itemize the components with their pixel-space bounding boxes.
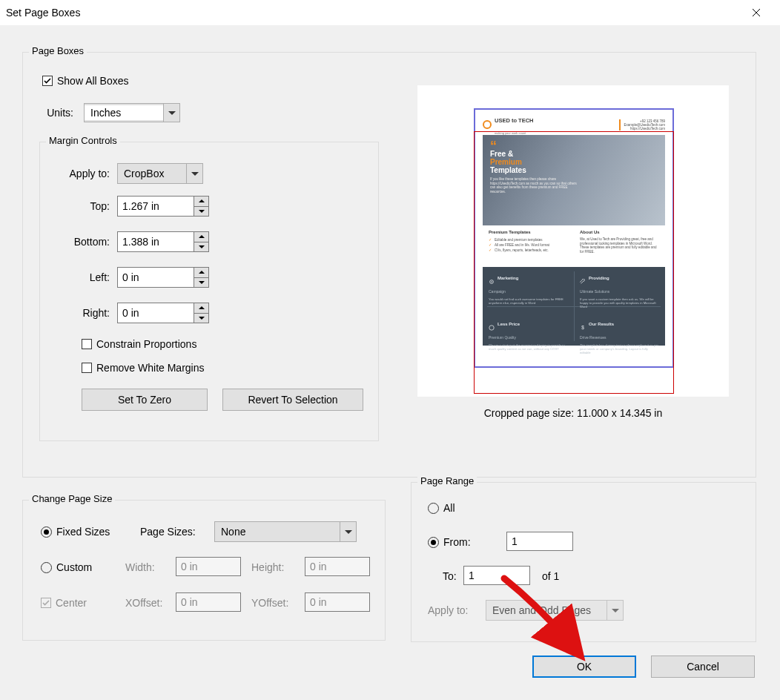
remove-white-margins-label: Remove White Margins xyxy=(96,362,205,374)
yoffset-label: YOffset: xyxy=(251,597,288,609)
arrow-up-icon xyxy=(199,199,205,202)
fixed-sizes-label: Fixed Sizes xyxy=(56,526,110,538)
remove-white-margins-checkbox[interactable]: Remove White Margins xyxy=(82,362,205,374)
bottom-label: Bottom: xyxy=(55,236,110,248)
spin-down[interactable] xyxy=(194,207,208,217)
bottom-spinbox[interactable]: 1.388 in xyxy=(117,231,209,252)
arrow-up-icon xyxy=(199,235,205,238)
units-combobox[interactable]: Inches xyxy=(84,103,180,122)
ok-label: OK xyxy=(577,661,592,673)
custom-radio[interactable]: Custom xyxy=(41,561,92,573)
of-label: of 1 xyxy=(542,570,559,582)
page-sizes-value: None xyxy=(215,524,340,539)
chevron-down-icon xyxy=(163,104,179,122)
bottom-value: 1.388 in xyxy=(118,232,194,251)
spin-up[interactable] xyxy=(194,268,208,278)
height-field: 0 in xyxy=(305,557,370,576)
spin-up[interactable] xyxy=(194,232,208,242)
center-checkbox: Center xyxy=(41,597,87,609)
page-sizes-label: Page Sizes: xyxy=(140,526,196,538)
range-apply-to-combobox: Even and Odd Pages xyxy=(486,600,624,621)
titlebar: Set Page Boxes xyxy=(0,0,780,25)
preview-cropbox xyxy=(474,131,674,394)
xoffset-label: XOffset: xyxy=(125,597,162,609)
check-icon xyxy=(42,600,50,606)
from-label: From: xyxy=(443,536,471,548)
apply-to-combobox[interactable]: CropBox xyxy=(117,163,203,184)
page-preview: USED to TECH making your work count +92 … xyxy=(417,85,729,397)
custom-label: Custom xyxy=(56,561,92,573)
arrow-up-icon xyxy=(199,306,205,309)
window-title: Set Page Boxes xyxy=(6,7,738,19)
constrain-proportions-label: Constrain Proportions xyxy=(96,338,196,350)
constrain-proportions-checkbox[interactable]: Constrain Proportions xyxy=(82,338,196,350)
height-label: Height: xyxy=(251,561,284,573)
arrow-down-icon xyxy=(199,210,205,213)
chevron-down-icon xyxy=(186,164,202,183)
set-to-zero-label: Set To Zero xyxy=(118,394,171,406)
cropped-size-text: Cropped page size: 11.000 x 14.345 in xyxy=(417,407,729,419)
units-label: Units: xyxy=(42,107,73,119)
page-boxes-group: Page Boxes Show All Boxes Units: Inches … xyxy=(22,52,756,478)
to-label: To: xyxy=(443,570,457,582)
apply-to-label: Apply to: xyxy=(55,168,110,179)
from-radio[interactable]: From: xyxy=(428,536,471,548)
spin-up[interactable] xyxy=(194,197,208,207)
left-label: Left: xyxy=(55,271,110,283)
spin-down[interactable] xyxy=(194,242,208,252)
chevron-down-icon xyxy=(607,601,623,620)
flyer-brand: USED to TECH xyxy=(495,117,534,124)
change-page-size-group: Change Page Size Fixed Sizes Page Sizes:… xyxy=(22,500,386,641)
xoffset-field: 0 in xyxy=(176,592,241,612)
flyer-contacts: +92 123 456 789 Example@UsedtoTech.com h… xyxy=(619,119,665,131)
close-icon xyxy=(752,8,761,17)
arrow-down-icon xyxy=(199,317,205,320)
arrow-up-icon xyxy=(199,271,205,274)
right-label: Right: xyxy=(55,307,110,319)
close-button[interactable] xyxy=(738,0,774,25)
right-spinbox[interactable]: 0 in xyxy=(117,303,209,323)
arrow-down-icon xyxy=(199,245,205,248)
right-value: 0 in xyxy=(118,303,194,323)
cancel-label: Cancel xyxy=(687,661,719,673)
arrow-down-icon xyxy=(199,281,205,284)
left-value: 0 in xyxy=(118,268,194,287)
width-field: 0 in xyxy=(176,557,241,576)
top-spinbox[interactable]: 1.267 in xyxy=(117,196,209,217)
range-apply-to-value: Even and Odd Pages xyxy=(486,603,607,618)
center-label: Center xyxy=(56,597,87,609)
check-icon xyxy=(44,78,51,84)
page-boxes-label: Page Boxes xyxy=(29,45,87,56)
from-field[interactable]: 1 xyxy=(506,532,573,551)
ok-button[interactable]: OK xyxy=(532,656,636,678)
range-apply-to-label: Apply to: xyxy=(428,604,468,616)
spin-down[interactable] xyxy=(194,314,208,323)
set-to-zero-button[interactable]: Set To Zero xyxy=(82,389,208,411)
cancel-button[interactable]: Cancel xyxy=(651,656,755,678)
top-label: Top: xyxy=(55,200,110,212)
chevron-down-icon xyxy=(340,522,356,541)
change-page-size-label: Change Page Size xyxy=(29,493,115,504)
fixed-sizes-radio[interactable]: Fixed Sizes xyxy=(41,526,110,538)
spin-up[interactable] xyxy=(194,303,208,314)
width-label: Width: xyxy=(125,561,155,573)
apply-to-value: CropBox xyxy=(118,166,186,181)
page-range-group: Page Range All From: 1 To: 1 of 1 Apply … xyxy=(411,482,756,642)
all-label: All xyxy=(443,502,455,514)
spin-down[interactable] xyxy=(194,278,208,288)
page-range-label: Page Range xyxy=(417,475,477,486)
left-spinbox[interactable]: 0 in xyxy=(117,267,209,288)
logo-icon xyxy=(483,120,492,129)
yoffset-field: 0 in xyxy=(305,592,370,612)
units-value: Inches xyxy=(85,105,163,120)
show-all-boxes-checkbox[interactable]: Show All Boxes xyxy=(42,75,129,87)
show-all-boxes-label: Show All Boxes xyxy=(57,75,129,87)
margin-controls-group: Margin Controls Apply to: CropBox Top: 1… xyxy=(39,142,379,441)
to-field[interactable]: 1 xyxy=(463,566,530,585)
top-value: 1.267 in xyxy=(118,197,194,216)
margin-controls-label: Margin Controls xyxy=(46,135,120,146)
revert-to-selection-button[interactable]: Revert To Selection xyxy=(222,389,363,411)
revert-to-selection-label: Revert To Selection xyxy=(248,394,337,406)
all-radio[interactable]: All xyxy=(428,502,455,514)
page-sizes-combobox[interactable]: None xyxy=(214,521,357,542)
